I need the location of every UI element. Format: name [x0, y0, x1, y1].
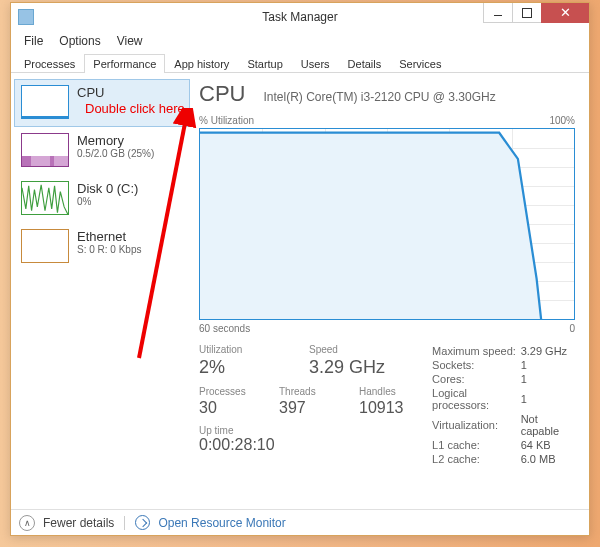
sidebar-item-sub: 0% — [77, 196, 138, 207]
speed-value: 3.29 GHz — [309, 357, 385, 378]
separator — [124, 516, 125, 530]
threads-label: Threads — [279, 386, 339, 397]
menu-file[interactable]: File — [17, 33, 50, 49]
speed-label: Speed — [309, 344, 385, 355]
chart-label-bottom-right: 0 — [569, 323, 575, 334]
spec-label: L2 cache: — [432, 452, 521, 466]
task-manager-window: Task Manager ✕ File Options View Process… — [10, 2, 590, 536]
sidebar-item-memory[interactable]: Memory 0.5/2.0 GB (25%) — [14, 127, 190, 175]
processor-name: Intel(R) Core(TM) i3-2120 CPU @ 3.30GHz — [263, 90, 495, 104]
sidebar-item-ethernet[interactable]: Ethernet S: 0 R: 0 Kbps — [14, 223, 190, 271]
maximize-button[interactable] — [512, 3, 542, 23]
ethernet-sparkline-icon — [21, 229, 69, 263]
menu-bar: File Options View — [11, 31, 589, 51]
sidebar-item-sub: S: 0 R: 0 Kbps — [77, 244, 141, 255]
tab-processes[interactable]: Processes — [15, 54, 84, 73]
chevron-up-icon: ∧ — [19, 515, 35, 531]
menu-options[interactable]: Options — [52, 33, 107, 49]
spec-label: Sockets: — [432, 358, 521, 372]
uptime-value: 0:00:28:10 — [199, 436, 432, 454]
spec-value: 3.29 GHz — [521, 344, 575, 358]
content-area: CPU Memory 0.5/2.0 GB (25%) Disk — [11, 73, 589, 509]
chart-label-bottom-left: 60 seconds — [199, 323, 250, 334]
sidebar-item-disk[interactable]: Disk 0 (C:) 0% — [14, 175, 190, 223]
titlebar: Task Manager ✕ — [11, 3, 589, 31]
open-resource-monitor-link[interactable]: Open Resource Monitor — [158, 516, 285, 530]
tab-startup[interactable]: Startup — [238, 54, 291, 73]
menu-view[interactable]: View — [110, 33, 150, 49]
resource-monitor-icon — [135, 515, 150, 530]
sidebar-item-label: Disk 0 (C:) — [77, 181, 138, 196]
spec-label: Maximum speed: — [432, 344, 521, 358]
tab-strip: Processes Performance App history Startu… — [11, 51, 589, 73]
threads-value: 397 — [279, 399, 339, 417]
spec-label: Cores: — [432, 372, 521, 386]
tab-details[interactable]: Details — [339, 54, 391, 73]
processes-value: 30 — [199, 399, 259, 417]
main-title: CPU — [199, 81, 245, 107]
processes-label: Processes — [199, 386, 259, 397]
handles-value: 10913 — [359, 399, 404, 417]
cpu-chart — [199, 128, 575, 320]
sidebar-item-label: Ethernet — [77, 229, 141, 244]
main-panel: CPU Intel(R) Core(TM) i3-2120 CPU @ 3.30… — [193, 73, 589, 509]
sidebar-item-label: Memory — [77, 133, 154, 148]
spec-label: L1 cache: — [432, 438, 521, 452]
close-button[interactable]: ✕ — [541, 3, 589, 23]
stats-area: Utilization 2% Speed 3.29 GHz Processes … — [199, 344, 575, 466]
handles-label: Handles — [359, 386, 404, 397]
utilization-value: 2% — [199, 357, 289, 378]
spec-value: 1 — [521, 372, 575, 386]
sidebar: CPU Memory 0.5/2.0 GB (25%) Disk — [11, 73, 193, 509]
spec-label: Logical processors: — [432, 386, 521, 412]
sidebar-item-label: CPU — [77, 85, 104, 100]
fewer-details-link[interactable]: Fewer details — [43, 516, 114, 530]
spec-value: Not capable — [521, 412, 575, 438]
utilization-label: Utilization — [199, 344, 289, 355]
spec-value: 6.0 MB — [521, 452, 575, 466]
chart-label-top-left: % Utilization — [199, 115, 254, 126]
spec-value: 1 — [521, 358, 575, 372]
tab-app-history[interactable]: App history — [165, 54, 238, 73]
chart-label-top-right: 100% — [549, 115, 575, 126]
memory-sparkline-icon — [21, 133, 69, 167]
tab-users[interactable]: Users — [292, 54, 339, 73]
spec-label: Virtualization: — [432, 412, 521, 438]
sidebar-item-cpu[interactable]: CPU — [14, 79, 190, 127]
cpu-sparkline-icon — [21, 85, 69, 119]
window-buttons: ✕ — [484, 3, 589, 25]
disk-sparkline-icon — [21, 181, 69, 215]
footer: ∧ Fewer details Open Resource Monitor — [11, 509, 589, 535]
app-icon — [18, 9, 34, 25]
tab-performance[interactable]: Performance — [84, 54, 165, 73]
spec-value: 64 KB — [521, 438, 575, 452]
spec-value: 1 — [521, 386, 575, 412]
uptime-label: Up time — [199, 425, 432, 436]
spec-table: Maximum speed:3.29 GHz Sockets:1 Cores:1… — [432, 344, 575, 466]
minimize-button[interactable] — [483, 3, 513, 23]
tab-services[interactable]: Services — [390, 54, 450, 73]
sidebar-item-sub: 0.5/2.0 GB (25%) — [77, 148, 154, 159]
